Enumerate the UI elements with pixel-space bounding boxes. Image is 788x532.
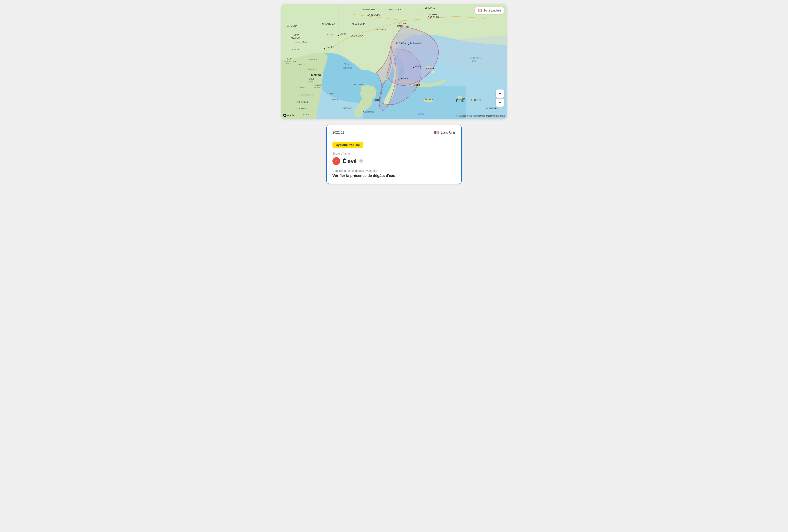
score-row: 3 Élevé ? [332, 157, 456, 165]
svg-text:Cuba: Cuba [413, 83, 420, 86]
svg-text:GEORGIA: GEORGIA [376, 28, 386, 31]
svg-text:POTOSÍ: POTOSÍ [314, 86, 321, 89]
svg-text:Jacksonville: Jacksonville [410, 42, 422, 44]
svg-text:SINALOA: SINALOA [298, 64, 306, 66]
svg-text:TEXAS: TEXAS [325, 33, 333, 36]
svg-text:BAJA: BAJA [287, 58, 292, 60]
svg-text:CAROLINA: CAROLINA [428, 16, 439, 18]
zone-swatch [478, 8, 482, 12]
svg-point-69 [332, 96, 332, 97]
svg-point-84 [487, 106, 489, 108]
zoom-out-button[interactable]: − [496, 99, 504, 107]
svg-text:Jamaica: Jamaica [425, 98, 433, 101]
score-text: Élevé [343, 158, 357, 164]
svg-text:Guatemala: Guatemala [363, 111, 375, 113]
map-attribution: © Mapbox © OpenStreetMap Improve this ma… [456, 115, 505, 117]
improve-map-link[interactable]: Improve this map [486, 115, 505, 117]
svg-text:VERACRUZ: VERACRUZ [330, 99, 341, 101]
svg-text:Mexico: Mexico [343, 66, 352, 70]
svg-point-42 [399, 80, 399, 80]
map-container: KENTUCKY VIRGINIA NORTH CAROLINA TENNESS… [281, 4, 507, 119]
svg-text:NEW: NEW [293, 34, 299, 36]
map-controls: + − [496, 90, 504, 107]
svg-text:CAROLINA: CAROLINA [397, 25, 409, 27]
svg-text:OAXACA: OAXACA [302, 113, 310, 115]
svg-text:Houston: Houston [326, 46, 334, 48]
svg-text:Sea: Sea [472, 59, 476, 62]
svg-point-39 [413, 67, 414, 68]
info-card: 2022-11 🇺🇸 États-Unis Cyclone tropical S… [326, 125, 462, 184]
svg-text:MICHOACÁN: MICHOACÁN [297, 101, 308, 103]
svg-text:MEXICO: MEXICO [291, 37, 300, 39]
advice-text: Vérifier la présence de dégâts d'eau [332, 174, 456, 178]
svg-text:COAHUILA: COAHUILA [308, 68, 317, 70]
svg-text:ARKANSAS: ARKANSAS [367, 14, 380, 16]
svg-point-35 [324, 48, 325, 50]
svg-text:KENTUCKY: KENTUCKY [389, 8, 401, 11]
svg-point-83 [471, 98, 475, 100]
svg-text:NORTH: NORTH [429, 13, 437, 16]
svg-text:FLORIDA: FLORIDA [396, 42, 406, 44]
svg-text:CAMPECHE: CAMPECHE [342, 107, 352, 109]
svg-text:SAN LUIS: SAN LUIS [314, 84, 322, 86]
card-country: 🇺🇸 États-Unis [434, 130, 456, 135]
svg-text:ARIZONA: ARIZONA [287, 25, 298, 27]
svg-point-82 [457, 96, 462, 99]
svg-text:NAYARIT: NAYARIT [298, 86, 306, 89]
svg-rect-2 [363, 86, 466, 119]
svg-text:CALIFORNIA: CALIFORNIA [285, 60, 296, 62]
svg-text:Havana: Havana [400, 77, 409, 80]
svg-text:Gulf of: Gulf of [344, 63, 353, 66]
svg-text:TENNESSEE: TENNESSEE [361, 8, 375, 11]
event-type-badge: Cyclone tropical [332, 142, 363, 148]
zone-touchee-legend: Zone touchée [475, 7, 504, 14]
svg-point-5 [431, 71, 435, 73]
country-flag: 🇺🇸 [434, 130, 439, 135]
svg-text:Miami: Miami [415, 65, 421, 67]
svg-point-86 [284, 115, 285, 116]
svg-text:MISSISSIPPI: MISSISSIPPI [352, 23, 365, 25]
svg-text:OKLAHOMA: OKLAHOMA [322, 23, 335, 25]
svg-text:Republic: Republic [456, 100, 464, 102]
advice-label: Conseils pour les dégâts éventuels [332, 169, 456, 172]
svg-point-37 [408, 44, 409, 45]
info-icon[interactable]: ? [359, 159, 363, 163]
card-date: 2022-11 [332, 131, 344, 134]
svg-point-56 [303, 41, 304, 42]
mapbox-logo-text: mapbox [287, 114, 297, 117]
svg-text:SOUTH: SOUTH [398, 22, 406, 25]
attribution-text: © Mapbox © OpenStreetMap [456, 115, 485, 117]
zoom-in-button[interactable]: + [496, 90, 504, 98]
zone-touchee-label: Zone touchée [484, 9, 501, 12]
svg-text:GUANAJUATO: GUANAJUATO [301, 94, 313, 96]
svg-text:Ciudad Juárez: Ciudad Juárez [295, 41, 307, 43]
svg-text:Sargasso: Sargasso [470, 56, 481, 59]
svg-text:Bahamas: Bahamas [426, 67, 435, 70]
svg-text:Mexico: Mexico [311, 73, 321, 77]
svg-point-33 [338, 35, 339, 36]
svg-text:CHIHUAHUA: CHIHUAHUA [306, 58, 317, 60]
score-label: Score d'impact [332, 152, 456, 155]
svg-text:YUCATÁN: YUCATÁN [354, 83, 362, 85]
card-header: 2022-11 🇺🇸 États-Unis [332, 130, 456, 135]
svg-text:LOUISIANA: LOUISIANA [351, 35, 363, 37]
svg-text:VIRGINIA: VIRGINIA [425, 6, 435, 9]
svg-text:SONORA: SONORA [291, 48, 300, 51]
svg-text:SUR: SUR [286, 63, 290, 65]
svg-text:GUERRERO: GUERRERO [297, 107, 307, 110]
svg-text:Belize: Belize [375, 99, 381, 101]
svg-text:LEÓN: LEÓN [308, 80, 313, 82]
svg-text:Caribb...: Caribb... [417, 113, 426, 116]
svg-text:Xalapa: Xalapa [327, 93, 333, 95]
score-badge: 3 [332, 157, 340, 165]
svg-text:Dallas: Dallas [340, 33, 346, 35]
mapbox-logo: mapbox [283, 114, 297, 117]
svg-text:NUEVO: NUEVO [308, 78, 314, 80]
country-name: États-Unis [440, 131, 456, 134]
